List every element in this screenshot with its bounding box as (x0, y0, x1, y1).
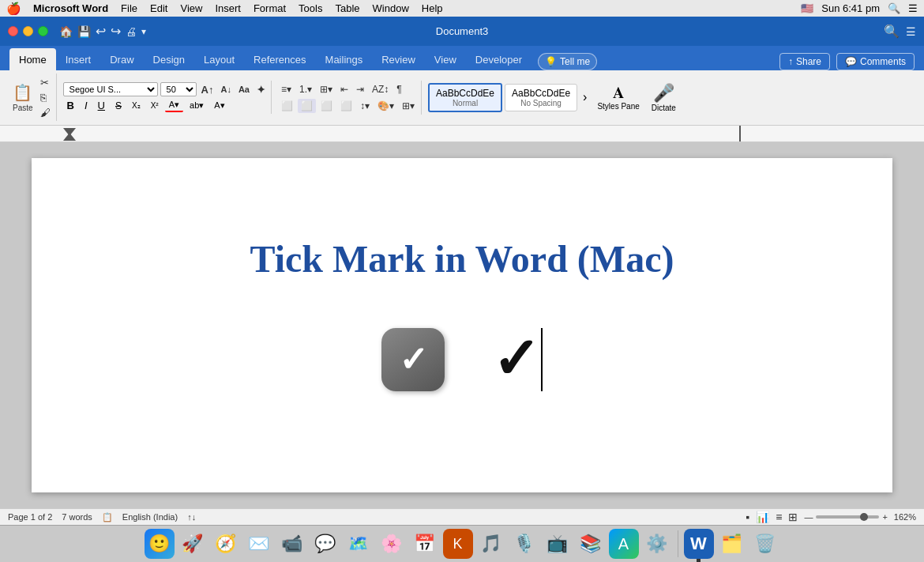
proofing-icon[interactable]: 📋 (102, 512, 113, 522)
paste-button[interactable]: 📋 Paste (9, 76, 36, 119)
close-button[interactable] (8, 26, 18, 36)
shading-button[interactable]: 🎨▾ (374, 99, 397, 113)
apple-menu[interactable]: 🍎 (6, 2, 21, 16)
strikethrough-button[interactable]: S (111, 100, 126, 112)
dictate-button[interactable]: 🎤 Dictate (647, 80, 681, 115)
change-case-btn[interactable]: Aa (236, 85, 252, 94)
bold-button[interactable]: B (63, 99, 78, 112)
decrease-indent-button[interactable]: ⇤ (337, 82, 351, 96)
view-mode-icon-3[interactable]: ≡ (776, 511, 782, 523)
menubar-item-file[interactable]: File (115, 2, 143, 15)
zoom-slider[interactable] (816, 515, 879, 519)
zoom-level[interactable]: 162% (894, 512, 916, 522)
customize-icon[interactable]: ▾ (141, 26, 146, 37)
dock-mail[interactable]: ✉️ (244, 529, 274, 559)
dock-itunes[interactable]: 🎵 (476, 529, 506, 559)
maximize-button[interactable] (38, 26, 48, 36)
sort-button[interactable]: AZ↕ (369, 82, 392, 96)
menubar-item-window[interactable]: Window (367, 2, 415, 15)
ribbon-toggle-icon[interactable]: ☰ (906, 25, 916, 38)
copy-button[interactable]: ⎘ (38, 91, 53, 104)
dock-messages[interactable]: 💬 (310, 529, 340, 559)
align-left-button[interactable]: ⬜ (278, 99, 296, 113)
dock-facetime[interactable]: 📹 (277, 529, 307, 559)
bullets-button[interactable]: ≡▾ (278, 82, 295, 96)
style-normal[interactable]: AaBbCcDdEe Normal (428, 83, 502, 112)
align-right-button[interactable]: ⬜ (317, 99, 336, 113)
styles-more-button[interactable]: › (580, 90, 590, 104)
font-color-btn[interactable]: A▾ (165, 99, 183, 112)
highlight-color-btn[interactable]: ab▾ (186, 100, 208, 111)
tab-home[interactable]: Home (9, 48, 56, 70)
menubar-item-table[interactable]: Table (329, 2, 365, 15)
line-spacing-button[interactable]: ↕▾ (357, 99, 373, 113)
style-no-spacing[interactable]: AaBbCcDdEe No Spacing (505, 84, 577, 111)
track-changes-icon[interactable]: ↑↓ (187, 512, 196, 522)
justify-button[interactable]: ⬜ (337, 99, 355, 113)
font-size-select[interactable]: 50 (160, 82, 197, 96)
tab-references[interactable]: References (244, 48, 315, 70)
superscript-button[interactable]: X² (147, 100, 163, 111)
save-icon[interactable]: 💾 (77, 25, 91, 38)
comments-button[interactable]: 💬 Comments (836, 53, 915, 70)
borders-button[interactable]: ⊞▾ (399, 99, 418, 113)
print-icon[interactable]: 🖨 (126, 25, 137, 38)
control-center-icon[interactable]: ☰ (908, 2, 918, 14)
dock-podcasts[interactable]: 🎙️ (509, 529, 539, 559)
dock-systemprefs[interactable]: ⚙️ (642, 529, 672, 559)
dock-safari[interactable]: 🧭 (211, 529, 241, 559)
dock-books[interactable]: 📚 (576, 529, 606, 559)
font-size-decrease[interactable]: A↓ (218, 85, 233, 94)
underline-button[interactable]: U (94, 99, 109, 112)
tab-insert[interactable]: Insert (56, 48, 101, 70)
tab-design[interactable]: Design (144, 48, 194, 70)
dock-trash[interactable]: 🗑️ (750, 529, 780, 559)
language[interactable]: English (India) (122, 512, 178, 522)
tab-layout[interactable]: Layout (194, 48, 244, 70)
tab-developer[interactable]: Developer (466, 48, 531, 70)
view-mode-icon-2[interactable]: 📊 (756, 511, 769, 523)
menubar-item-insert[interactable]: Insert (209, 2, 246, 15)
tab-mailings[interactable]: Mailings (316, 48, 373, 70)
dock-calendar[interactable]: 📅 (410, 529, 440, 559)
dock-word[interactable]: W (684, 529, 714, 559)
menubar-item-format[interactable]: Format (248, 2, 291, 15)
dock-launchpad[interactable]: 🚀 (178, 529, 208, 559)
search-ribbon-icon[interactable]: 🔍 (884, 24, 900, 39)
search-icon[interactable]: 🔍 (888, 2, 900, 14)
font-size-increase[interactable]: A↑ (199, 84, 216, 96)
dock-photos[interactable]: 🌸 (377, 529, 407, 559)
zoom-in-icon[interactable]: + (882, 512, 887, 522)
text-effects-btn[interactable]: A▾ (210, 100, 228, 111)
zoom-control[interactable]: — + (804, 512, 887, 522)
dock-folder[interactable]: 🗂️ (717, 529, 747, 559)
menubar-item-view[interactable]: View (175, 2, 208, 15)
dock-appletv[interactable]: 📺 (543, 529, 573, 559)
menubar-item-edit[interactable]: Edit (145, 2, 173, 15)
minimize-button[interactable] (23, 26, 33, 36)
multilevel-list-button[interactable]: ⊞▾ (317, 82, 336, 96)
share-button[interactable]: ↑ Share (779, 53, 830, 70)
menubar-item-tools[interactable]: Tools (293, 2, 328, 15)
undo-icon[interactable]: ↩ (96, 24, 106, 39)
clear-format-btn[interactable]: ✦ (254, 84, 268, 96)
dock-finder[interactable]: 🙂 (145, 529, 175, 559)
dock-maps[interactable]: 🗺️ (344, 529, 374, 559)
tab-review[interactable]: Review (372, 48, 425, 70)
tab-draw[interactable]: Draw (100, 48, 143, 70)
styles-pane-button[interactable]: 𝐀 Styles Pane (592, 81, 644, 114)
numbering-button[interactable]: 1.▾ (296, 82, 315, 96)
font-family-select[interactable]: Segoe UI S... (63, 82, 158, 96)
tell-me-button[interactable]: 💡 Tell me (538, 53, 597, 70)
italic-button[interactable]: I (81, 99, 92, 112)
menubar-item-word[interactable]: Microsoft Word (28, 2, 114, 15)
dock-keynote[interactable]: K (443, 529, 473, 559)
dock-appstore[interactable]: A (609, 529, 639, 559)
home-icon[interactable]: 🏠 (59, 25, 73, 38)
show-marks-button[interactable]: ¶ (393, 82, 404, 96)
align-center-button[interactable]: ⬜ (298, 99, 316, 113)
subscript-button[interactable]: X₂ (128, 100, 145, 111)
tab-view[interactable]: View (425, 48, 466, 70)
redo-icon[interactable]: ↪ (111, 24, 121, 39)
zoom-out-icon[interactable]: — (804, 512, 813, 522)
